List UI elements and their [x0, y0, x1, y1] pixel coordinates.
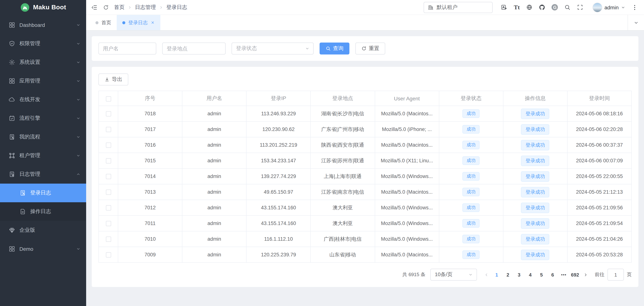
cell-username: admin: [182, 215, 246, 231]
table-row: 7017admin120.230.90.62广东省|广州市|移动Mozilla/…: [99, 121, 632, 137]
export-button[interactable]: 导出: [98, 74, 128, 86]
font-size-icon[interactable]: Tt: [510, 1, 523, 14]
row-checkbox[interactable]: [106, 127, 111, 132]
tab-login-log[interactable]: 登录日志: [117, 15, 160, 30]
prev-page-icon[interactable]: [482, 269, 491, 280]
cell-username: admin: [182, 200, 246, 215]
table-header-row: 序号用户名登录IP登录地点User Agent登录状态操作信息登录时间: [99, 91, 632, 106]
chevron-up-icon: [76, 172, 80, 176]
page-number-2[interactable]: 2: [503, 269, 513, 280]
cell-login-ip: 43.155.174.160: [246, 200, 311, 215]
username-filter-input[interactable]: [98, 43, 156, 55]
sidebar-item-应用管理[interactable]: 应用管理: [0, 72, 86, 90]
row-checkbox[interactable]: [106, 252, 111, 257]
cell-login-ip: 49.65.150.97: [246, 184, 311, 200]
page-number-1[interactable]: 1: [492, 269, 502, 280]
cell-operation: 登录成功: [503, 231, 567, 247]
goto-page-input[interactable]: [608, 269, 624, 281]
row-checkbox[interactable]: [106, 237, 111, 242]
search-icon[interactable]: [561, 1, 574, 14]
row-checkbox[interactable]: [106, 174, 111, 179]
cell-seq: 7011: [118, 215, 182, 231]
cell-status: 成功: [439, 215, 503, 231]
gitee-icon[interactable]: G: [548, 1, 561, 14]
sidebar-item-Dashboard[interactable]: Dashboard: [0, 16, 86, 34]
goto-label: 前往: [595, 271, 604, 278]
page-number-5[interactable]: 5: [536, 269, 547, 280]
select-all-checkbox[interactable]: [106, 96, 111, 101]
cell-login-time: 2024-05-05 21:12:13: [567, 184, 632, 200]
sidebar-item-流程引擎[interactable]: 流程引擎: [0, 109, 86, 128]
globe-icon[interactable]: [523, 1, 536, 14]
chevron-down-icon: [76, 23, 80, 27]
more-menu-icon[interactable]: [630, 1, 639, 14]
chevron-down-icon: [468, 272, 473, 277]
cell-username: admin: [182, 137, 246, 153]
github-icon[interactable]: [536, 1, 548, 14]
sidebar-item-租户管理[interactable]: 租户管理: [0, 146, 86, 165]
row-checkbox-cell: [99, 106, 118, 121]
table-body: 7018admin113.246.93.229湖南省|长沙市|电信Mozilla…: [99, 106, 632, 262]
translate-icon[interactable]: [498, 1, 510, 14]
sidebar-item-企业版[interactable]: 企业版: [0, 221, 86, 240]
row-checkbox[interactable]: [106, 158, 111, 163]
sidebar-item-Demo[interactable]: Demo: [0, 240, 86, 258]
chevron-down-icon: [305, 46, 310, 51]
operation-badge: 登录成功: [521, 234, 550, 244]
status-filter-select[interactable]: 登录状态: [232, 43, 314, 55]
cell-login-time: 2024-05-05 21:09:56: [567, 200, 632, 215]
row-checkbox[interactable]: [106, 190, 111, 195]
tenant-select[interactable]: 默认租户: [424, 2, 492, 13]
sidebar-item-系统设置[interactable]: 系统设置: [0, 53, 86, 72]
fullscreen-icon[interactable]: [574, 1, 586, 14]
refresh-icon: [361, 46, 366, 51]
row-checkbox[interactable]: [106, 111, 111, 116]
breadcrumb-item[interactable]: 首页: [114, 4, 124, 11]
page-number-last[interactable]: 692: [570, 269, 580, 280]
reset-button[interactable]: 重置: [355, 43, 385, 55]
cell-status: 成功: [439, 231, 503, 247]
page-number-3[interactable]: 3: [514, 269, 524, 280]
operation-badge: 登录成功: [521, 187, 550, 197]
tab-home[interactable]: 首页: [90, 15, 117, 30]
tab-label: 首页: [102, 19, 111, 26]
next-page-icon[interactable]: [581, 269, 590, 280]
row-checkbox[interactable]: [106, 221, 111, 226]
row-checkbox-cell: [99, 184, 118, 200]
tabs-expand-button[interactable]: [628, 15, 644, 30]
cell-seq: 7018: [118, 106, 182, 121]
status-badge: 成功: [462, 125, 480, 134]
status-badge: 成功: [462, 235, 480, 243]
search-button[interactable]: 查询: [320, 43, 350, 55]
sidebar-item-权限管理[interactable]: 权限管理: [0, 34, 86, 53]
user-menu[interactable]: admin: [592, 3, 625, 12]
cell-location: 山东省|移动: [311, 247, 375, 262]
table-row: 7013admin49.65.150.97江苏省|南京市|电信Mozilla/5…: [99, 184, 632, 200]
page-number-4[interactable]: 4: [525, 269, 536, 280]
sidebar-item-日志管理[interactable]: 日志管理: [0, 165, 86, 184]
table-row: 7009admin120.225.239.79山东省|移动Mozilla/5.0…: [99, 247, 632, 262]
page-number-6[interactable]: 6: [548, 269, 558, 280]
row-checkbox[interactable]: [106, 143, 111, 148]
main-column: 首页日志管理登录日志 默认租户 TtG admin 首页 登录日志: [86, 0, 644, 306]
table-row: 7012admin43.155.174.160澳大利亚Mozilla/5.0 (…: [99, 200, 632, 215]
page-size-select[interactable]: 10条/页: [430, 269, 477, 281]
location-filter-input[interactable]: [162, 43, 226, 55]
tab-bar: 首页 登录日志: [86, 15, 644, 31]
close-icon[interactable]: [151, 21, 155, 25]
cell-location: 江苏省|南京市|电信: [311, 184, 375, 200]
collapse-sidebar-icon[interactable]: [91, 4, 98, 11]
cell-status: 成功: [439, 184, 503, 200]
row-checkbox[interactable]: [106, 205, 111, 210]
cell-login-ip: 43.155.174.160: [246, 215, 311, 231]
cell-location: 上海|上海市|联通: [311, 168, 375, 184]
more-pages-icon[interactable]: •••: [558, 272, 569, 277]
refresh-icon[interactable]: [103, 4, 109, 10]
sidebar-item-在线开发[interactable]: 在线开发: [0, 90, 86, 109]
chevron-down-icon: [76, 135, 80, 139]
sidebar-item-我的流程[interactable]: 我的流程: [0, 128, 86, 146]
sidebar-item-操作日志[interactable]: 操作日志: [0, 202, 86, 221]
sidebar-item-登录日志[interactable]: 登录日志: [0, 184, 86, 202]
cell-username: admin: [182, 247, 246, 262]
breadcrumb-item[interactable]: 日志管理: [135, 4, 156, 11]
